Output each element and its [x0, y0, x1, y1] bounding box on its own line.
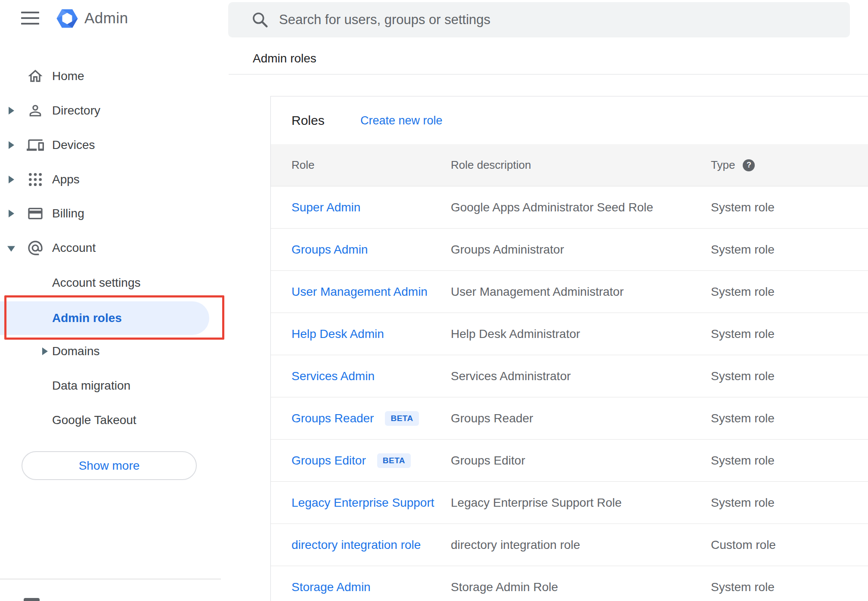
sidebar-item-directory[interactable]: Directory [0, 93, 228, 128]
role-link[interactable]: Groups Reader [291, 412, 374, 425]
role-type: System role [711, 412, 868, 425]
role-type: System role [711, 327, 868, 341]
table-row: Groups Reader BETA Groups Reader System … [271, 397, 868, 440]
sidebar-divider [0, 579, 221, 579]
sidebar-item-label: Account settings [52, 276, 140, 290]
sidebar-item-label: Home [52, 69, 84, 83]
role-link[interactable]: Groups Editor [291, 454, 366, 468]
create-new-role-link[interactable]: Create new role [360, 114, 443, 127]
sidebar-item-label: Apps [52, 173, 80, 186]
column-header-role: Role [291, 158, 451, 172]
beta-badge: BETA [385, 411, 418, 426]
roles-panel: Roles Create new role Role Role descript… [270, 96, 868, 601]
sidebar-item-billing[interactable]: Billing [0, 196, 228, 231]
show-more-button[interactable]: Show more [22, 451, 197, 480]
sidebar-item-label: Account [52, 241, 96, 255]
beta-badge: BETA [377, 453, 411, 468]
home-icon [27, 68, 44, 85]
role-link[interactable]: Services Admin [291, 369, 375, 383]
apps-grid-icon [27, 171, 44, 188]
sidebar-item-home[interactable]: Home [0, 59, 228, 93]
role-link[interactable]: Legacy Enterprise Support [291, 496, 434, 510]
role-link[interactable]: Storage Admin [291, 580, 371, 594]
role-type: System role [711, 454, 868, 468]
role-description: Legacy Enterprise Support Role [451, 496, 711, 510]
person-icon [27, 102, 44, 119]
table-row: Super Admin Google Apps Administrator Se… [271, 186, 868, 229]
expand-right-icon[interactable] [9, 210, 14, 217]
menu-icon[interactable] [21, 12, 39, 25]
role-description: Groups Editor [451, 454, 711, 468]
panel-title: Roles [291, 113, 325, 128]
sidebar-item-domains[interactable]: Domains [0, 334, 228, 369]
table-row: Services Admin Services Administrator Sy… [271, 355, 868, 397]
role-link[interactable]: Help Desk Admin [291, 327, 384, 341]
expand-right-icon[interactable] [9, 176, 14, 183]
table-row: Groups Admin Groups Administrator System… [271, 229, 868, 271]
credit-card-icon [27, 205, 44, 222]
role-description: directory integration role [451, 538, 711, 552]
role-link[interactable]: Groups Admin [291, 243, 368, 257]
column-header-description: Role description [451, 158, 711, 172]
role-description: Services Administrator [451, 369, 711, 383]
breadcrumb: Admin roles [253, 52, 316, 65]
column-header-type: Type ? [711, 158, 868, 172]
role-type: System role [711, 369, 868, 383]
role-type: System role [711, 580, 868, 594]
sidebar-item-account-settings[interactable]: Account settings [0, 266, 228, 300]
sidebar-item-label: Google Takeout [52, 413, 136, 427]
role-link[interactable]: directory integration role [291, 538, 421, 552]
table-row: User Management Admin User Management Ad… [271, 271, 868, 313]
sidebar-item-admin-roles[interactable]: Admin roles [0, 301, 209, 335]
sidebar-item-label: Data migration [52, 379, 130, 393]
role-description: User Management Administrator [451, 285, 711, 299]
table-row: Groups Editor BETA Groups Editor System … [271, 440, 868, 482]
role-type: System role [711, 285, 868, 299]
roles-panel-header: Roles Create new role [271, 96, 868, 144]
search-icon [251, 10, 270, 29]
sidebar-item-apps[interactable]: Apps [0, 162, 228, 197]
role-type: System role [711, 201, 868, 214]
sidebar: Admin Home Directory Devices Apps [0, 0, 228, 601]
sidebar-item-label: Billing [52, 207, 84, 220]
role-type: Custom role [711, 538, 868, 552]
role-description: Groups Administrator [451, 243, 711, 257]
sidebar-item-account[interactable]: Account [0, 231, 228, 265]
table-header-row: Role Role description Type ? [271, 144, 868, 186]
expand-right-icon[interactable] [9, 107, 14, 115]
role-description: Google Apps Administrator Seed Role [451, 201, 711, 214]
table-row: Help Desk Admin Help Desk Administrator … [271, 313, 868, 355]
expand-right-icon[interactable] [42, 347, 48, 355]
expand-right-icon[interactable] [9, 141, 14, 149]
role-description: Groups Reader [451, 412, 711, 425]
help-icon[interactable]: ? [743, 159, 755, 171]
table-row: Storage Admin Storage Admin Role System … [271, 566, 868, 601]
role-description: Help Desk Administrator [451, 327, 711, 341]
admin-logo-icon [55, 6, 79, 31]
app-title: Admin [84, 9, 128, 27]
sidebar-item-label: Devices [52, 138, 95, 152]
sidebar-item-label: Domains [52, 344, 99, 358]
sidebar-item-label: Admin roles [52, 311, 122, 325]
table-row: Legacy Enterprise Support Legacy Enterpr… [271, 482, 868, 524]
at-sign-icon [27, 239, 44, 257]
devices-icon [27, 136, 44, 154]
role-link[interactable]: User Management Admin [291, 285, 428, 299]
sidebar-item-google-takeout[interactable]: Google Takeout [0, 403, 228, 437]
role-type: System role [711, 496, 868, 510]
role-description: Storage Admin Role [451, 580, 711, 594]
expand-down-icon[interactable] [7, 246, 15, 251]
search-bar[interactable] [228, 2, 850, 37]
sidebar-item-data-migration[interactable]: Data migration [0, 369, 228, 403]
role-type: System role [711, 243, 868, 257]
sidebar-item-label: Directory [52, 104, 100, 118]
sidebar-item-devices[interactable]: Devices [0, 128, 228, 162]
clipped-nav-icon [24, 598, 40, 601]
role-link[interactable]: Super Admin [291, 201, 360, 214]
search-input[interactable] [279, 12, 850, 28]
table-row: directory integration role directory int… [271, 524, 868, 566]
header-divider [229, 74, 868, 74]
